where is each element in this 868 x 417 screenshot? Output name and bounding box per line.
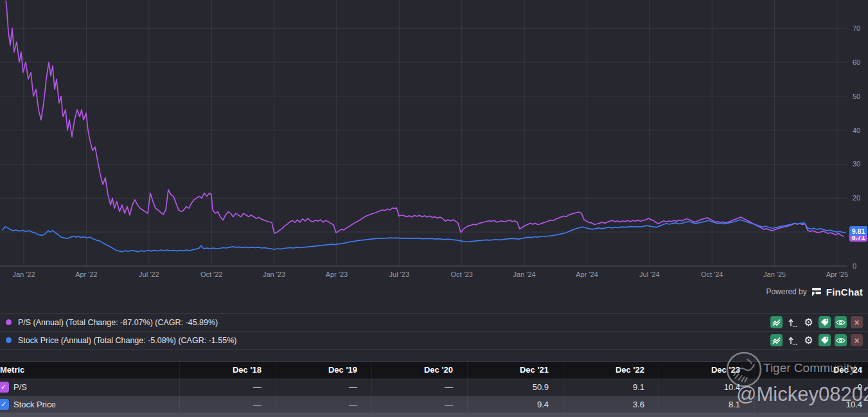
svg-text:Jan '24: Jan '24 [513,271,536,278]
visibility-eye-icon[interactable] [835,334,847,346]
settings-gear-icon[interactable]: ⚙ [802,334,815,346]
metric-label: Stock Price [13,396,56,413]
value-cell: — [372,378,468,396]
value-cell: 10.4 [755,396,868,413]
tag-icon[interactable] [819,334,831,346]
settings-gear-icon[interactable]: ⚙ [802,316,815,328]
svg-text:Apr '23: Apr '23 [326,271,348,278]
period-column-header: Dec '20 [372,362,468,378]
value-cell: — [180,396,276,413]
value-cell: — [372,396,468,413]
legend-section: P/S (Annual) (Total Change: -87.07%) (CA… [0,313,868,350]
svg-text:Jan '25: Jan '25 [763,271,786,278]
value-cell: 9 [755,378,868,396]
legend-row-ps: P/S (Annual) (Total Change: -87.07%) (CA… [0,314,868,332]
period-column-header: Dec '23 [659,362,755,378]
svg-text:0: 0 [853,262,856,270]
svg-text:Oct '22: Oct '22 [200,271,223,278]
value-cell: 10.4 [659,378,755,396]
svg-text:Jul '24: Jul '24 [639,271,659,278]
powered-by-label: Powered by [766,287,806,296]
svg-text:Jul '22: Jul '22 [139,271,159,278]
table-row[interactable]: ✓P/S———50.99.110.49 [0,378,868,396]
period-column-header: Dec '21 [468,362,563,378]
finchat-chart-app: 010203040506070Jan '22Apr '22Jul '22Oct … [0,0,868,417]
table-scrollbar[interactable] [0,413,868,417]
table-header-row: MetricDec '18Dec '19Dec '20Dec '21Dec '2… [0,362,868,378]
finchat-brand-label: FinChat [826,287,863,297]
metric-cell: ✓Stock Price [0,396,180,413]
period-column-header: Dec '24 [755,362,868,378]
svg-text:40: 40 [853,127,860,134]
value-cell: 8.1 [659,396,755,413]
stock-price-last-value-badge: 9.81 [849,226,867,236]
value-cell: — [276,378,372,396]
period-column-header: Dec '19 [276,362,372,378]
svg-text:Jan '23: Jan '23 [263,271,285,278]
table-body: ✓P/S———50.99.110.49✓Stock Price———9.43.6… [0,378,868,413]
compare-chart-icon[interactable] [770,316,783,328]
svg-text:30: 30 [853,160,860,168]
svg-text:Oct '23: Oct '23 [450,271,473,278]
legend-actions: ⚙× [770,334,863,346]
legend-row-stock-price: Stock Price (Annual) (Total Change: -5.0… [0,332,868,350]
chart-area[interactable]: 010203040506070Jan '22Apr '22Jul '22Oct … [0,0,868,283]
legend-actions: ⚙× [770,316,863,328]
table-row[interactable]: ✓Stock Price———9.43.68.110.4 [0,396,868,413]
legend-label: P/S (Annual) (Total Change: -87.07%) (CA… [18,318,770,327]
period-column-header: Dec '18 [180,362,276,378]
legend-label: Stock Price (Annual) (Total Change: -5.0… [18,336,770,345]
series-checkbox[interactable]: ✓ [0,382,9,393]
svg-text:Apr '22: Apr '22 [75,271,98,278]
metric-column-header: Metric [0,362,180,378]
value-cell: 3.6 [563,396,659,413]
svg-text:60: 60 [853,58,860,66]
powered-by: Powered by FinChat [766,285,863,299]
period-column-header: Dec '22 [563,362,659,378]
metrics-table: MetricDec '18Dec '19Dec '20Dec '21Dec '2… [0,361,868,413]
svg-text:20: 20 [853,194,860,202]
tag-icon[interactable] [819,316,831,328]
value-cell: — [276,396,372,413]
svg-text:Jan '22: Jan '22 [12,271,35,278]
value-cell: 9.4 [468,396,563,413]
svg-text:70: 70 [853,24,860,32]
visibility-eye-icon[interactable] [835,316,847,328]
annotation-arrow-icon[interactable] [786,334,799,346]
series-color-dot [6,337,12,343]
svg-text:Apr '25: Apr '25 [826,271,849,278]
value-cell: 50.9 [468,378,563,396]
finchat-logo-icon [811,287,822,297]
series-color-dot [6,319,12,325]
metric-label: P/S [13,378,27,396]
metric-cell: ✓P/S [0,378,180,396]
series-checkbox[interactable]: ✓ [0,399,9,410]
svg-text:50: 50 [853,93,860,100]
annotation-arrow-icon[interactable] [786,316,799,328]
compare-chart-icon[interactable] [770,334,783,346]
remove-x-icon[interactable]: × [851,334,863,346]
svg-text:Jul '23: Jul '23 [389,271,409,278]
price-chart-svg: 010203040506070Jan '22Apr '22Jul '22Oct … [0,0,868,283]
value-cell: 9.1 [563,378,659,396]
svg-text:Apr '24: Apr '24 [576,271,598,278]
svg-text:Oct '24: Oct '24 [701,271,723,278]
remove-x-icon[interactable]: × [851,316,863,328]
value-cell: — [180,378,276,396]
